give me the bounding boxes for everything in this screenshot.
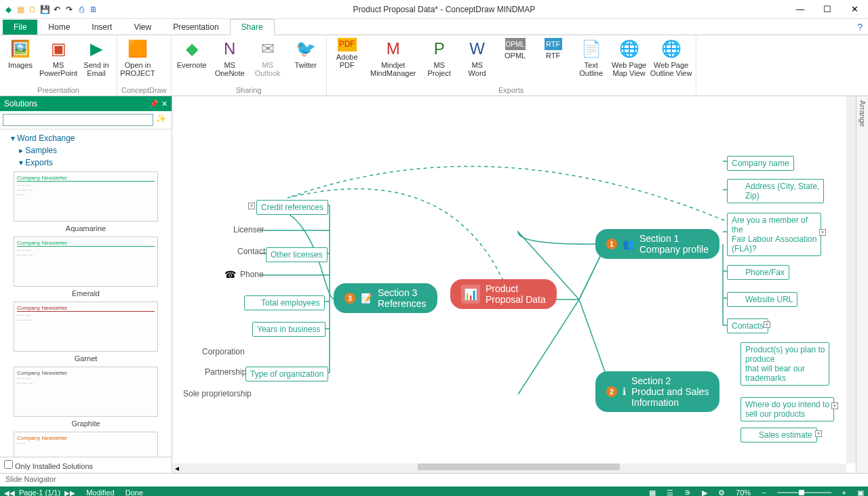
tab-insert[interactable]: Insert bbox=[81, 20, 123, 35]
view-icon-2[interactable]: ☰ bbox=[667, 489, 673, 497]
solutions-title: Solutions bbox=[4, 99, 37, 108]
mapview-icon: 🌐 bbox=[618, 38, 640, 60]
leaf-years-business[interactable]: Years in business bbox=[252, 322, 326, 337]
window-title: Product Proposal Data* - ConceptDraw MIN… bbox=[102, 5, 787, 14]
zoom-slider[interactable] bbox=[777, 492, 831, 493]
minimize-button[interactable]: — bbox=[787, 0, 814, 19]
qat-print-icon[interactable]: ⎙ bbox=[76, 4, 87, 15]
view-icon-3[interactable]: ⚞ bbox=[684, 489, 691, 497]
pdf-icon: PDF bbox=[338, 38, 357, 51]
tree-word-exchange[interactable]: ▾ Word Exchange bbox=[0, 132, 172, 144]
leaf-credit-references[interactable]: Credit references bbox=[256, 200, 328, 215]
prev-page-icon[interactable]: ◀◀ bbox=[4, 489, 15, 497]
evernote-button[interactable]: ◆Evernote bbox=[176, 38, 208, 69]
center-node[interactable]: 📊 Product Proposal Data bbox=[450, 279, 557, 309]
fit-icon[interactable]: ▣ bbox=[857, 489, 864, 497]
onenote-icon: N bbox=[219, 38, 241, 60]
onenote-button[interactable]: NMS OneNote bbox=[214, 38, 246, 77]
leaf-where[interactable]: Where do you intend to sell our products bbox=[741, 397, 834, 421]
play-icon[interactable]: ▶ bbox=[702, 489, 707, 497]
close-button[interactable]: ✕ bbox=[841, 0, 868, 19]
images-button[interactable]: 🖼️Images bbox=[4, 38, 37, 69]
leaf-other-licenses[interactable]: Other licenses bbox=[266, 247, 328, 262]
tab-share[interactable]: Share bbox=[230, 19, 275, 35]
arrange-panel-label[interactable]: Arrange bbox=[859, 96, 867, 127]
qat-save-icon[interactable]: 💾 bbox=[39, 4, 50, 15]
slide-navigator-label[interactable]: Slide Navigator bbox=[0, 473, 868, 487]
adobe-pdf-button[interactable]: PDFAdobe PDF bbox=[331, 38, 363, 69]
text-outline-button[interactable]: 📄Text Outline bbox=[575, 38, 608, 77]
send-email-button[interactable]: ▶Send in Email bbox=[80, 38, 113, 77]
help-icon[interactable]: ? bbox=[857, 22, 863, 33]
qat-open-icon[interactable]: 🗋 bbox=[27, 4, 38, 15]
section2-node[interactable]: 2 ℹ Section 2 Product and Sales Informat… bbox=[595, 371, 719, 412]
zoom-level: 70% bbox=[736, 489, 751, 496]
qat-redo-icon[interactable]: ↷ bbox=[64, 4, 75, 15]
mindjet-button[interactable]: MMindjet MindManager bbox=[369, 38, 418, 77]
twitter-button[interactable]: 🐦Twitter bbox=[290, 38, 322, 69]
settings-icon[interactable]: ⚙ bbox=[718, 489, 725, 497]
thumb-graphite[interactable]: Company Newsletter·· ··· ······ ···· ··· bbox=[14, 367, 158, 417]
only-installed-checkbox[interactable] bbox=[4, 460, 13, 469]
expander-sales[interactable]: + bbox=[815, 430, 822, 437]
qat-undo-icon[interactable]: ↶ bbox=[52, 4, 62, 15]
info-icon: ℹ bbox=[623, 386, 626, 397]
horizontal-scrollbar[interactable]: ◂ bbox=[172, 463, 846, 473]
open-project-button[interactable]: 🟧Open in PROJECT bbox=[121, 38, 154, 77]
thumb-garnet[interactable]: Company Newsletter·· ··· ······ ···· ··· bbox=[14, 302, 158, 352]
phone-icon: ☎ bbox=[224, 268, 236, 281]
expander-fla[interactable]: + bbox=[819, 229, 826, 236]
tab-file[interactable]: File bbox=[3, 20, 37, 35]
ms-powerpoint-button[interactable]: ▣MS PowerPoint bbox=[42, 38, 75, 77]
leaf-sales[interactable]: Sales estimate bbox=[741, 428, 817, 442]
search-wand-icon[interactable]: ✨ bbox=[153, 114, 169, 126]
mindmap-canvas[interactable]: 📊 Product Proposal Data 3 📝 Section 3 Re… bbox=[172, 96, 856, 473]
tree-samples[interactable]: ▸ Samples bbox=[0, 144, 172, 157]
webpage-outlineview-button[interactable]: 🌐Web Page Outline View bbox=[651, 38, 692, 77]
leaf-total-employees[interactable]: Total employees bbox=[244, 295, 325, 310]
mindjet-icon: M bbox=[382, 38, 404, 60]
rtf-icon: RTF bbox=[545, 38, 562, 50]
leaf-type-org[interactable]: Type of organization bbox=[245, 367, 328, 381]
leaf-phonefax[interactable]: Phone/Fax bbox=[727, 265, 789, 280]
label-aquamarine: Aquamarine bbox=[14, 224, 158, 232]
section1-node[interactable]: 1 👥 Section 1 Company profile bbox=[595, 229, 719, 259]
tree-exports[interactable]: ▾ Exports bbox=[0, 157, 172, 169]
email-icon: ▶ bbox=[85, 38, 107, 60]
expander-where[interactable]: + bbox=[831, 402, 838, 409]
outlook-button[interactable]: ✉MS Outlook bbox=[252, 38, 284, 77]
expander-contacts[interactable]: + bbox=[764, 321, 770, 328]
zoom-out-icon[interactable]: − bbox=[762, 489, 766, 496]
rtf-button[interactable]: RTFRTF bbox=[537, 38, 570, 60]
outlineview-icon: 🌐 bbox=[660, 38, 682, 60]
close-panel-icon[interactable]: ✕ bbox=[161, 100, 167, 108]
expander-credit[interactable]: + bbox=[248, 203, 255, 209]
leaf-address[interactable]: Address (City, State, Zip) bbox=[727, 179, 824, 203]
leaf-products[interactable]: Product(s) you plan to produce that will… bbox=[741, 342, 829, 386]
webpage-mapview-button[interactable]: 🌐Web Page Map View bbox=[613, 38, 646, 77]
qat-preview-icon[interactable]: 🗎 bbox=[88, 4, 99, 15]
ms-project-button[interactable]: PMS Project bbox=[423, 38, 456, 77]
section3-node[interactable]: 3 📝 Section 3 References bbox=[334, 283, 437, 313]
thumb-emerald[interactable]: Company Newsletter·· ··· ······ ···· ··· bbox=[14, 236, 158, 287]
tab-view[interactable]: View bbox=[123, 20, 162, 35]
thumb-aquamarine[interactable]: Company Newsletter·· ··· ······ ···· ···… bbox=[14, 171, 158, 222]
solutions-search-input[interactable] bbox=[3, 114, 153, 126]
label-phone: Phone bbox=[240, 270, 264, 279]
thumb-extra[interactable]: Company Newsletter·· ··· bbox=[14, 432, 158, 457]
leaf-contacts[interactable]: Contacts bbox=[727, 318, 768, 333]
leaf-fla[interactable]: Are you a member of the Fair Labour Asso… bbox=[727, 213, 821, 256]
zoom-in-icon[interactable]: + bbox=[842, 489, 846, 496]
vertical-scrollbar[interactable] bbox=[846, 96, 856, 463]
tab-presentation[interactable]: Presentation bbox=[162, 20, 229, 35]
leaf-company-name[interactable]: Company name bbox=[727, 156, 794, 171]
pin-icon[interactable]: 📌 bbox=[149, 100, 159, 108]
maximize-button[interactable]: ☐ bbox=[814, 0, 841, 19]
qat-new-icon[interactable]: ▦ bbox=[15, 4, 26, 15]
tab-home[interactable]: Home bbox=[37, 20, 81, 35]
view-icon-1[interactable]: ▦ bbox=[649, 489, 656, 497]
next-page-icon[interactable]: ▶▶ bbox=[64, 489, 75, 497]
leaf-website[interactable]: Website URL bbox=[727, 292, 797, 307]
ms-word-button[interactable]: WMS Word bbox=[461, 38, 494, 77]
opml-button[interactable]: OPMLOPML bbox=[499, 38, 532, 60]
